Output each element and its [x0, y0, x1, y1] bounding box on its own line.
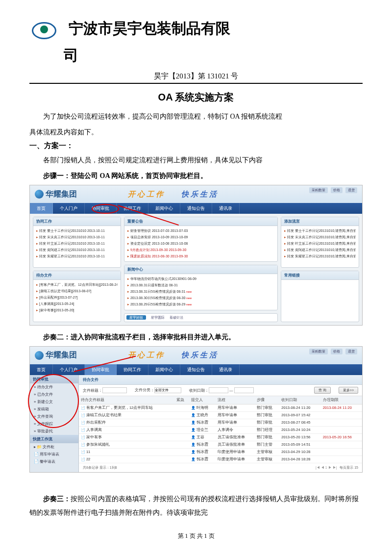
- column-header[interactable]: 提交人: [189, 396, 216, 404]
- table-row[interactable]: 有客户来工厂，要浏览，12点半回车站叶海明用车申请单部门审批2013-08-24…: [79, 404, 362, 411]
- page-footer: 第 1 页 共 1 页: [0, 532, 392, 540]
- nav-notice[interactable]: 通知公告: [180, 364, 212, 375]
- list-item[interactable]: 限废款原须知 2013-08-30 2013-09-30: [127, 253, 274, 259]
- table-row[interactable]: 22韩冰霞印度使用申请单主管审核2013-04-28 18:28: [79, 455, 362, 463]
- list-item[interactable]: 资金定位设定 2013-10-08 2013-10-08: [127, 241, 274, 247]
- type-filter-input[interactable]: [154, 387, 181, 393]
- tab[interactable]: 星宇好故: [126, 315, 146, 320]
- list-item[interactable]: 转发 朱耀星工作日记20131010 2013-10-11: [36, 253, 118, 259]
- sidebar-item[interactable]: » 新建公文: [30, 398, 78, 405]
- date-from-input[interactable]: [209, 387, 228, 393]
- panel-title: 协同工作: [33, 217, 121, 226]
- date-to-input[interactable]: [234, 387, 254, 393]
- list-item[interactable]: 9月盘点计划 2013-09-30 2013-09-30: [127, 247, 274, 253]
- app-brand-text: 华耀集团: [46, 189, 77, 200]
- column-header[interactable]: 紧急: [174, 396, 189, 404]
- sidebar-item[interactable]: » 待办文件: [30, 383, 78, 391]
- section-1-body: 各部门报销人员，按照公司规定流程进行网上费用报销，具体见以下内容: [29, 153, 363, 167]
- list-item[interactable]: 转发 宋夫真工作日记20131010,请查阅,来自协同工作）: [284, 234, 356, 240]
- list-item[interactable]: 项目总体安排 2013-10-09 2013-10-09: [127, 234, 274, 240]
- table-row[interactable]: 家中有事王容员工请假批准单部门审批2013-05-20 13:562013-05…: [79, 433, 362, 441]
- nav-approval[interactable]: 协同审批: [85, 203, 117, 214]
- column-header[interactable]: 收到日期: [279, 396, 320, 404]
- sidebar-heading: 快捷工作流: [30, 435, 78, 443]
- top-button[interactable]: 价格: [331, 187, 343, 193]
- main-nav: 首页 个人门户 协同审批 协同工作 新闻中心 通知公告 通讯录: [30, 203, 362, 214]
- intro-line-1: 为了加快公司流程运转效率，提高公司内部管理流程，特制订 OA 报销系统流程: [29, 110, 363, 124]
- list-item[interactable]: 华车物流营销市场共恢公式20130901 08-09: [127, 276, 274, 282]
- top-button[interactable]: 退货: [345, 349, 357, 354]
- list-item[interactable]: 2013.08.31日5S检查情况反馈 08-31 new: [127, 289, 274, 295]
- nav-news[interactable]: 新闻中心: [148, 203, 180, 214]
- nav-collab[interactable]: 协同工作: [117, 364, 148, 375]
- table-row[interactable]: 人事调离理金兰人事调令部门经理2013-05-24 10:24: [79, 426, 362, 433]
- list-item[interactable]: 转发 董士干工作日记20131010,请查阅,来自协同工作）: [284, 228, 356, 234]
- step-3-text: 按照公司内置的表格填写，并按照公司现有的授权流程进行选择报销人员审批级别。同时将…: [29, 495, 359, 516]
- nav-notice[interactable]: 通知公告: [180, 203, 212, 214]
- list-item[interactable]: [人事调离][2013-05-24]: [36, 301, 118, 307]
- sidebar-item[interactable]: » 文件跟踪: [30, 420, 78, 428]
- list-item[interactable]: 2013.08.31日通车数送达 08-31: [127, 282, 274, 288]
- nav-collab[interactable]: 协同工作: [117, 203, 148, 214]
- panel-tabs: 星宇好故 星宇圆际 看破针法: [124, 313, 278, 322]
- section-1-heading: 一、方案一：: [29, 141, 363, 151]
- list-item[interactable]: [有客户来工厂，要浏览。12点半回车站][2013-08-24]: [36, 282, 118, 288]
- list-item[interactable]: 2013.08.29日5S检查情况反馈 08-29 new: [127, 302, 274, 307]
- list-item[interactable]: 2013.08.30日5S检查情况反馈 08-30 new: [127, 295, 274, 301]
- top-button[interactable]: 价格: [331, 349, 343, 354]
- list-item[interactable]: 转发 宋夫真工作日记20131010 2013-10-11: [36, 234, 118, 240]
- tab[interactable]: 星宇圆际: [151, 316, 165, 319]
- list-item[interactable]: 转发 朱耀星工作日记20131010,请查阅,来自协同工作）: [284, 253, 356, 259]
- list-item[interactable]: 转发 黄阿建工作日记20131010 2013-10-11: [36, 247, 118, 253]
- list-item[interactable]: [康晴工伤认定书结果][2013-08-07]: [36, 288, 118, 294]
- list-item[interactable]: [外出采配件][2013-07-27]: [36, 295, 118, 301]
- top-button[interactable]: 退货: [345, 187, 357, 193]
- app-header: 华耀集团 开心工作 快乐生活 采购数量 价格 退货: [30, 347, 362, 364]
- nav-home[interactable]: 首页: [30, 364, 53, 375]
- content-title: 待办文件: [79, 375, 362, 385]
- nav-contacts[interactable]: 通讯录: [212, 203, 240, 214]
- top-button[interactable]: 采购数量: [309, 349, 328, 354]
- tab[interactable]: 看破针法: [170, 316, 183, 319]
- sidebar-tree-item[interactable]: ▸ 📁 文件柜: [30, 443, 78, 451]
- list-item[interactable]: 转发 叶立派工作日记20131010 2013-10-11: [36, 241, 118, 247]
- table-row[interactable]: 康晴工伤认定书结果王晓丹用车申请单部门审批2013-09-07 15:42: [79, 411, 362, 419]
- sidebar-item[interactable]: » 文件查询: [30, 413, 78, 420]
- screenshot-1: 华耀集团 开心工作 快乐生活 采购数量 价格 退货 首页 个人门户 协同审批 协…: [29, 185, 363, 326]
- nav-portal[interactable]: 个人门户: [53, 364, 85, 375]
- step-1: 步骤一：登陆公司 OA 网站系统，首页协同审批栏目。: [29, 169, 363, 183]
- column-header[interactable]: 办理期限: [321, 396, 362, 404]
- top-buttons: 采购数量 价格 退货: [309, 187, 357, 193]
- sidebar-tree-item[interactable]: 📄 餐申请表: [30, 458, 78, 465]
- nav-home[interactable]: 首页: [30, 203, 53, 214]
- nav-news[interactable]: 新闻中心: [148, 364, 180, 375]
- step-3: 步奏三：按照公司内置的表格填写，并按照公司现有的授权流程进行选择报销人员审批级别…: [29, 492, 363, 520]
- main-nav: 首页 个人门户 协同审批 协同工作 新闻中心 通知公告 通讯录: [30, 364, 362, 375]
- column-header[interactable]: 步骤: [255, 396, 279, 404]
- top-button[interactable]: 采购数量: [309, 187, 328, 193]
- sidebar-tree-item[interactable]: 📄 用车申请表: [30, 451, 78, 458]
- list-item[interactable]: 财务管理协议 2013-07-03 2013-07-03: [127, 228, 274, 234]
- nav-portal[interactable]: 个人门户: [53, 203, 85, 214]
- list-item[interactable]: 转发 叶立派工作日记20131010,请查阅,来自协同工作）: [284, 241, 356, 247]
- sidebar-item[interactable]: » 审批委托: [30, 428, 78, 435]
- table-row[interactable]: 11韩冰霞印度使用申请单主管审核2013-04-29 10:28: [79, 448, 362, 455]
- more-button[interactable]: 更多>>: [339, 387, 358, 394]
- nav-approval[interactable]: 协同审批: [85, 364, 117, 375]
- nav-contacts[interactable]: 通讯录: [212, 364, 240, 375]
- company-name: 宁波市昊宇包装制品有限: [69, 20, 230, 37]
- list-item[interactable]: [家中有事][2013-05-20]: [36, 307, 118, 313]
- pager: 共8条记录 显示：1到8 |◀ ◀ 1 ▶ ▶| 每页显示 15: [79, 463, 362, 472]
- list-item[interactable]: 转发 董士干工作日记20131010 2013-10-11: [36, 228, 118, 234]
- column-header[interactable]: 流程: [216, 396, 255, 404]
- list-item[interactable]: 转发 黄阿建工作日记20131010,请查阅,来自协同工作）: [284, 247, 356, 253]
- sidebar-item[interactable]: » 发稿箱: [30, 405, 78, 413]
- title-filter-input[interactable]: [102, 387, 127, 393]
- step-3-label: 步奏三：: [43, 495, 71, 503]
- filter-label: 收到日期：: [189, 388, 209, 392]
- sidebar-item[interactable]: » 已办文件: [30, 391, 78, 398]
- search-button[interactable]: 查 询: [314, 387, 331, 394]
- table-row[interactable]: 外出采配件韩冰霞用车申请单部门审批2013-08-27 08:45: [79, 419, 362, 426]
- table-row[interactable]: 参加朱斌婚礼韩冰霞员工请假批准单部门主管2013-05-09 14:51: [79, 441, 362, 448]
- column-header[interactable]: 待办文件标题: [79, 396, 174, 404]
